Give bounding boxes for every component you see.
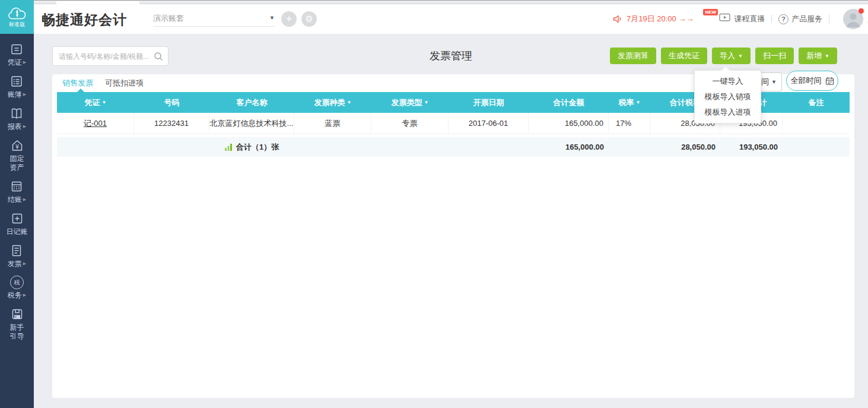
gear-icon: ⚙ (305, 14, 313, 24)
fixed-asset-icon: ¥ (10, 138, 24, 153)
account-set-select[interactable]: 演示账套 ▼ (153, 10, 275, 27)
menu-item-template-import-input[interactable]: 模板导入进项 (695, 105, 761, 120)
sidebar-item-voucher[interactable]: 凭证▶ (8, 42, 26, 67)
closing-icon (9, 179, 24, 194)
course-live-link[interactable]: NEW 课程直播 (703, 4, 765, 34)
app-screen: 畅捷通好会计 演示账套 ▼ + ⚙ 7月19日 20:00 →→ NEW (0, 0, 868, 408)
invoice-icon (9, 243, 24, 258)
summary-count-label: 合计（1）张 (236, 142, 279, 153)
video-icon (719, 12, 731, 22)
tax-icon: 税 (10, 276, 24, 289)
popup-arrow (721, 66, 730, 74)
settings-button[interactable]: ⚙ (301, 11, 317, 27)
scan-button[interactable]: 扫一扫 (755, 48, 794, 64)
submenu-arrow-icon: ▶ (23, 261, 26, 267)
account-set-value: 演示账套 (153, 13, 184, 24)
caret-down-icon: ▼ (347, 100, 352, 105)
bar-chart-icon (225, 143, 233, 151)
col-header-date[interactable]: 开票日期 (449, 92, 529, 113)
sidebar-nav: 凭证▶ 账簿▶ 报表▶ ¥ 固定资产 (0, 34, 34, 408)
invoice-calc-button[interactable]: 发票测算 (610, 48, 656, 64)
menu-item-template-import-sales[interactable]: 模板导入销项 (695, 89, 761, 105)
caret-down-icon: ▼ (738, 53, 743, 59)
divider (771, 15, 772, 23)
summary-total: 193,050.00 (720, 137, 783, 157)
product-service-link[interactable]: ? 产品服务 (778, 4, 822, 34)
sidebar-item-label: 报表 (8, 122, 22, 131)
cell-remark (783, 113, 850, 134)
cell-customer: 北京蓝灯信息技术科技... (209, 113, 294, 134)
col-header-invoice-type[interactable]: 发票类型▼ (371, 92, 449, 113)
sidebar-item-label: 固定资产 (9, 154, 25, 172)
col-header-tax-rate[interactable]: 税率▼ (609, 92, 650, 113)
user-menu[interactable]: 用户m6VrA (843, 9, 868, 29)
svg-text:¥: ¥ (15, 144, 19, 150)
browser-edge-strip (0, 0, 868, 4)
add-new-button[interactable]: 新增▼ (799, 48, 837, 64)
sidebar-item-fixed-asset[interactable]: ¥ 固定资产 (9, 138, 25, 172)
divider (829, 15, 829, 23)
announcement-link[interactable]: 7月19日 20:00 →→ (612, 14, 694, 24)
cell-amount: 165,000.00 (529, 113, 609, 134)
caret-down-icon: ▼ (771, 80, 777, 85)
submenu-arrow-icon: ▶ (23, 92, 26, 97)
new-badge: NEW (703, 9, 718, 15)
submenu-arrow-icon: ▶ (23, 124, 26, 129)
sidebar-item-label: 新手引导 (9, 323, 25, 341)
sidebar-item-report[interactable]: 报表▶ (8, 106, 26, 131)
journal-icon (10, 211, 24, 226)
col-header-customer[interactable]: 客户名称 (209, 92, 294, 113)
cell-tax-rate: 17% (609, 113, 650, 134)
submenu-arrow-icon: ▶ (23, 60, 26, 65)
caret-down-icon: ▼ (825, 53, 829, 59)
report-icon (9, 106, 24, 121)
sidebar-item-label: 税务 (8, 291, 22, 300)
announcement-text: 7月19日 20:00 →→ (627, 14, 694, 24)
calendar-icon (825, 77, 834, 86)
sidebar-item-closing[interactable]: 结账▶ (8, 179, 26, 204)
add-account-button[interactable]: + (281, 11, 297, 27)
cloud-logo-icon (7, 7, 27, 21)
col-header-invoice-kind[interactable]: 发票种类▼ (294, 92, 371, 113)
generate-voucher-button[interactable]: 生成凭证 (661, 48, 707, 64)
cell-date: 2017-06-01 (449, 113, 529, 134)
submenu-arrow-icon: ▶ (23, 293, 26, 298)
ledger-icon (9, 74, 24, 88)
col-header-voucher[interactable]: 凭证▼ (57, 92, 134, 113)
question-icon: ? (778, 14, 788, 24)
app-header: 畅捷通好会计 演示账套 ▼ + ⚙ 7月19日 20:00 →→ NEW (0, 4, 868, 34)
product-service-label: 产品服务 (791, 4, 822, 34)
voucher-icon (9, 42, 24, 56)
sidebar-item-guide[interactable]: 新手引导 (9, 307, 25, 341)
speaker-icon (612, 14, 623, 24)
submenu-arrow-icon: ▶ (23, 197, 26, 203)
col-header-amount[interactable]: 合计金额 (529, 92, 609, 113)
app-logo: 标准版 (0, 0, 34, 34)
sidebar-item-label: 凭证 (8, 58, 22, 67)
sidebar-item-label: 日记账 (7, 227, 28, 236)
import-menu-popup: 一键导入 模板导入销项 模板导入进项 (694, 70, 761, 124)
sidebar-item-ledger[interactable]: 账簿▶ (8, 74, 26, 99)
course-live-label: 课程直播 (734, 4, 765, 34)
cell-invoice-kind: 蓝票 (294, 113, 371, 134)
active-tab-notch (77, 88, 85, 93)
tab-deductible-input[interactable]: 可抵扣进项 (105, 78, 144, 88)
avatar (843, 9, 863, 29)
time-range-button[interactable]: 全部时间 (786, 71, 838, 91)
cell-invoice-type: 专票 (371, 113, 449, 134)
caret-down-icon: ▼ (269, 15, 275, 21)
import-button[interactable]: 导入▼ (712, 48, 751, 64)
caret-down-icon: ▼ (424, 100, 429, 105)
tab-sales-invoice[interactable]: 销售发票 (62, 78, 93, 88)
col-header-remark[interactable]: 备注 (783, 92, 850, 113)
cell-number: 12232431 (134, 113, 209, 134)
caret-down-icon: ▼ (636, 100, 641, 105)
voucher-link[interactable]: 记-001 (84, 118, 107, 129)
col-header-number[interactable]: 号码 (134, 92, 209, 113)
sidebar-item-journal[interactable]: 日记账 (7, 211, 28, 236)
sidebar-item-tax[interactable]: 税 税务▶ (8, 276, 26, 300)
time-range-label: 全部时间 (791, 75, 822, 86)
sidebar-item-label: 结账 (8, 195, 22, 204)
sidebar-item-invoice[interactable]: 发票▶ (8, 243, 26, 268)
menu-item-one-click-import[interactable]: 一键导入 (695, 74, 761, 89)
